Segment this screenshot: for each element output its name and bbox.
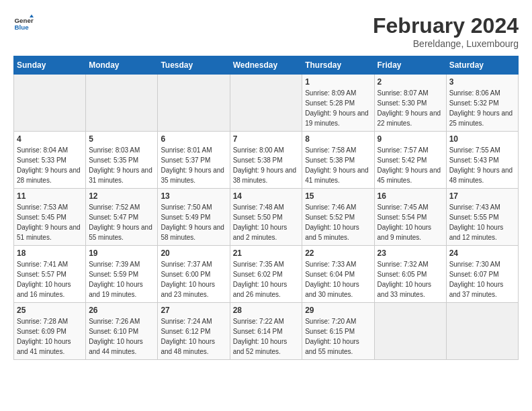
day-number: 28 bbox=[233, 306, 300, 315]
day-number: 2 bbox=[378, 77, 443, 87]
day-number: 15 bbox=[305, 191, 371, 201]
svg-marker-2 bbox=[30, 15, 34, 18]
day-number: 24 bbox=[449, 248, 515, 258]
day-number: 12 bbox=[89, 191, 154, 201]
day-number: 23 bbox=[378, 248, 443, 258]
day-number: 8 bbox=[305, 134, 371, 144]
calendar-cell: 8Sunrise: 7:58 AMSunset: 5:38 PMDaylight… bbox=[302, 132, 374, 189]
day-number: 20 bbox=[161, 248, 226, 258]
day-info: Sunrise: 7:55 AMSunset: 5:43 PMDaylight:… bbox=[449, 145, 515, 185]
day-number: 14 bbox=[233, 191, 300, 201]
calendar-cell: 16Sunrise: 7:45 AMSunset: 5:54 PMDayligh… bbox=[374, 189, 446, 246]
calendar-cell: 14Sunrise: 7:48 AMSunset: 5:50 PMDayligh… bbox=[230, 189, 302, 246]
weekday-header: Wednesday bbox=[230, 56, 302, 75]
day-info: Sunrise: 8:00 AMSunset: 5:38 PMDaylight:… bbox=[233, 145, 300, 185]
day-info: Sunrise: 7:43 AMSunset: 5:55 PMDaylight:… bbox=[449, 202, 515, 242]
weekday-header: Sunday bbox=[14, 56, 86, 75]
day-info: Sunrise: 7:32 AMSunset: 6:05 PMDaylight:… bbox=[378, 259, 443, 300]
day-info: Sunrise: 8:01 AMSunset: 5:37 PMDaylight:… bbox=[161, 145, 226, 185]
day-info: Sunrise: 7:26 AMSunset: 6:10 PMDaylight:… bbox=[89, 316, 154, 357]
day-info: Sunrise: 7:57 AMSunset: 5:42 PMDaylight:… bbox=[378, 145, 443, 185]
calendar-cell: 21Sunrise: 7:35 AMSunset: 6:02 PMDayligh… bbox=[230, 246, 302, 303]
day-number: 19 bbox=[89, 248, 154, 258]
calendar-week-row: 18Sunrise: 7:41 AMSunset: 5:57 PMDayligh… bbox=[14, 246, 519, 303]
calendar-cell bbox=[86, 75, 158, 132]
calendar-cell: 9Sunrise: 7:57 AMSunset: 5:42 PMDaylight… bbox=[374, 132, 446, 189]
calendar-cell: 24Sunrise: 7:30 AMSunset: 6:07 PMDayligh… bbox=[446, 246, 518, 303]
day-number: 22 bbox=[305, 248, 371, 258]
day-info: Sunrise: 7:52 AMSunset: 5:47 PMDaylight:… bbox=[89, 202, 154, 242]
day-number: 1 bbox=[305, 77, 371, 87]
day-info: Sunrise: 8:03 AMSunset: 5:35 PMDaylight:… bbox=[89, 145, 154, 185]
weekday-header: Thursday bbox=[302, 56, 374, 75]
calendar-cell bbox=[14, 75, 86, 132]
calendar-cell: 6Sunrise: 8:01 AMSunset: 5:37 PMDaylight… bbox=[158, 132, 230, 189]
day-number: 27 bbox=[161, 306, 226, 315]
location-subtitle: Bereldange, Luxembourg bbox=[373, 38, 519, 49]
calendar-cell: 25Sunrise: 7:28 AMSunset: 6:09 PMDayligh… bbox=[14, 303, 86, 360]
day-number: 10 bbox=[449, 134, 515, 144]
calendar-cell: 4Sunrise: 8:04 AMSunset: 5:33 PMDaylight… bbox=[14, 132, 86, 189]
day-number: 6 bbox=[161, 134, 226, 144]
calendar-cell: 7Sunrise: 8:00 AMSunset: 5:38 PMDaylight… bbox=[230, 132, 302, 189]
day-info: Sunrise: 7:37 AMSunset: 6:00 PMDaylight:… bbox=[161, 259, 226, 300]
day-info: Sunrise: 7:53 AMSunset: 5:45 PMDaylight:… bbox=[17, 202, 83, 242]
calendar-cell bbox=[158, 75, 230, 132]
calendar-week-row: 25Sunrise: 7:28 AMSunset: 6:09 PMDayligh… bbox=[14, 303, 519, 360]
calendar-cell bbox=[446, 303, 518, 360]
calendar-cell: 22Sunrise: 7:33 AMSunset: 6:04 PMDayligh… bbox=[302, 246, 374, 303]
calendar-cell bbox=[374, 303, 446, 360]
weekday-header: Friday bbox=[374, 56, 446, 75]
calendar-cell: 28Sunrise: 7:22 AMSunset: 6:14 PMDayligh… bbox=[230, 303, 302, 360]
day-info: Sunrise: 7:39 AMSunset: 5:59 PMDaylight:… bbox=[89, 259, 154, 300]
calendar-cell: 2Sunrise: 8:07 AMSunset: 5:30 PMDaylight… bbox=[374, 75, 446, 132]
calendar-cell: 18Sunrise: 7:41 AMSunset: 5:57 PMDayligh… bbox=[14, 246, 86, 303]
day-number: 16 bbox=[378, 191, 443, 201]
weekday-header: Monday bbox=[86, 56, 158, 75]
calendar-cell: 20Sunrise: 7:37 AMSunset: 6:00 PMDayligh… bbox=[158, 246, 230, 303]
weekday-header: Saturday bbox=[446, 56, 518, 75]
calendar-cell bbox=[230, 75, 302, 132]
calendar-cell: 26Sunrise: 7:26 AMSunset: 6:10 PMDayligh… bbox=[86, 303, 158, 360]
day-info: Sunrise: 7:58 AMSunset: 5:38 PMDaylight:… bbox=[305, 145, 371, 185]
calendar-week-row: 11Sunrise: 7:53 AMSunset: 5:45 PMDayligh… bbox=[14, 189, 519, 246]
calendar-cell: 19Sunrise: 7:39 AMSunset: 5:59 PMDayligh… bbox=[86, 246, 158, 303]
day-number: 18 bbox=[17, 248, 83, 258]
day-number: 21 bbox=[233, 248, 300, 258]
calendar-cell: 27Sunrise: 7:24 AMSunset: 6:12 PMDayligh… bbox=[158, 303, 230, 360]
day-info: Sunrise: 8:06 AMSunset: 5:32 PMDaylight:… bbox=[449, 88, 515, 128]
calendar-cell: 15Sunrise: 7:46 AMSunset: 5:52 PMDayligh… bbox=[302, 189, 374, 246]
calendar-cell: 10Sunrise: 7:55 AMSunset: 5:43 PMDayligh… bbox=[446, 132, 518, 189]
weekday-header: Tuesday bbox=[158, 56, 230, 75]
logo: General Blue bbox=[13, 13, 34, 34]
calendar-cell: 29Sunrise: 7:20 AMSunset: 6:15 PMDayligh… bbox=[302, 303, 374, 360]
day-info: Sunrise: 8:07 AMSunset: 5:30 PMDaylight:… bbox=[378, 88, 443, 128]
day-info: Sunrise: 7:50 AMSunset: 5:49 PMDaylight:… bbox=[161, 202, 226, 242]
day-info: Sunrise: 7:41 AMSunset: 5:57 PMDaylight:… bbox=[17, 259, 83, 300]
day-info: Sunrise: 7:24 AMSunset: 6:12 PMDaylight:… bbox=[161, 316, 226, 357]
day-info: Sunrise: 8:09 AMSunset: 5:28 PMDaylight:… bbox=[305, 88, 371, 128]
day-number: 29 bbox=[305, 306, 371, 315]
calendar-week-row: 1Sunrise: 8:09 AMSunset: 5:28 PMDaylight… bbox=[14, 75, 519, 132]
calendar-table: SundayMondayTuesdayWednesdayThursdayFrid… bbox=[13, 56, 519, 360]
calendar-cell: 5Sunrise: 8:03 AMSunset: 5:35 PMDaylight… bbox=[86, 132, 158, 189]
day-number: 9 bbox=[378, 134, 443, 144]
day-info: Sunrise: 7:35 AMSunset: 6:02 PMDaylight:… bbox=[233, 259, 300, 300]
calendar-cell: 12Sunrise: 7:52 AMSunset: 5:47 PMDayligh… bbox=[86, 189, 158, 246]
calendar-cell: 1Sunrise: 8:09 AMSunset: 5:28 PMDaylight… bbox=[302, 75, 374, 132]
svg-text:General: General bbox=[15, 17, 34, 24]
svg-text:Blue: Blue bbox=[15, 24, 30, 31]
calendar-cell: 17Sunrise: 7:43 AMSunset: 5:55 PMDayligh… bbox=[446, 189, 518, 246]
day-info: Sunrise: 7:22 AMSunset: 6:14 PMDaylight:… bbox=[233, 316, 300, 357]
calendar-cell: 3Sunrise: 8:06 AMSunset: 5:32 PMDaylight… bbox=[446, 75, 518, 132]
day-info: Sunrise: 7:48 AMSunset: 5:50 PMDaylight:… bbox=[233, 202, 300, 242]
day-info: Sunrise: 7:30 AMSunset: 6:07 PMDaylight:… bbox=[449, 259, 515, 300]
month-title: February 2024 bbox=[373, 13, 519, 38]
day-number: 4 bbox=[17, 134, 83, 144]
calendar-week-row: 4Sunrise: 8:04 AMSunset: 5:33 PMDaylight… bbox=[14, 132, 519, 189]
day-info: Sunrise: 7:45 AMSunset: 5:54 PMDaylight:… bbox=[378, 202, 443, 242]
day-info: Sunrise: 7:46 AMSunset: 5:52 PMDaylight:… bbox=[305, 202, 371, 242]
weekday-header-row: SundayMondayTuesdayWednesdayThursdayFrid… bbox=[14, 56, 519, 75]
day-info: Sunrise: 7:33 AMSunset: 6:04 PMDaylight:… bbox=[305, 259, 371, 300]
day-number: 25 bbox=[17, 306, 83, 315]
